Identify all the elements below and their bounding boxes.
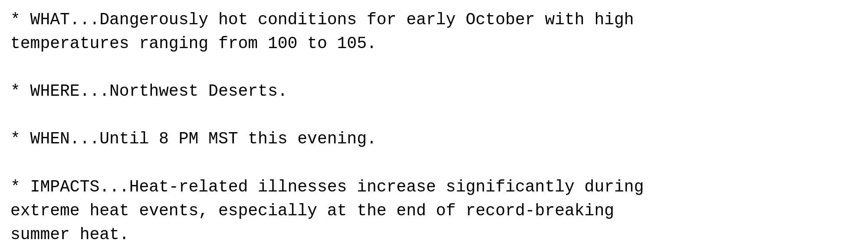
bulletin-text: * WHAT...Dangerously hot conditions for …	[10, 8, 858, 240]
bulletin-container: * WHAT...Dangerously hot conditions for …	[0, 0, 868, 240]
